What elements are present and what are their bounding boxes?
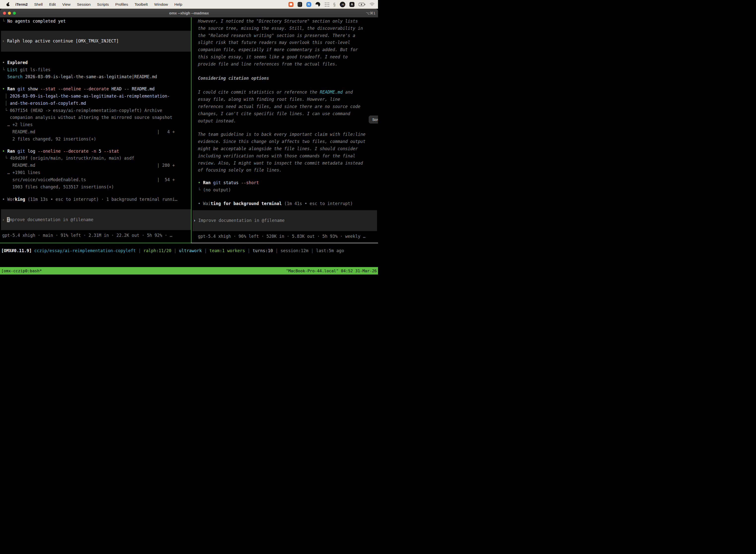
prompt-arrow-icon: › [193,218,198,223]
menu-items: iTerm2 Shell Edit View Session Scripts P… [15,2,182,7]
menu-item-window[interactable]: Window [154,2,168,7]
prompt-line-left: › Improve documentation in @filename [2,216,93,223]
screen: iTerm2 Shell Edit View Session Scripts P… [0,0,378,277]
ralph-inject-line: › Ralph loop active continue [OMX_TMUX_I… [2,38,119,45]
screen-tooltip[interactable]: Scre [369,116,378,123]
right-pane[interactable]: However, I noticed the "Directory Struct… [191,17,378,240]
thinking-paragraph-2: I could cite commit statistics or refere… [198,89,377,124]
text-cursor: I [7,217,9,222]
session-status-left: gpt-5.4 xhigh · main · 91% left · 2.31M … [2,232,190,239]
omx-status-bar: [OMX#0.11.9] cczip/essay/ai-reimplementa… [1,247,378,255]
menu-item-toolbelt[interactable]: Toolbelt [134,2,147,7]
terminal-content: └ No agents completed yet › Ralph loop a… [0,17,378,267]
menu-item-edit[interactable]: Edit [49,2,56,7]
chat-icon[interactable] [289,2,294,7]
thinking-paragraph-3: The team guideline is to back every impo… [198,131,377,174]
waiting-status-line: • Waiting for background terminal (1m 41… [198,200,377,207]
apple-menu-icon[interactable] [6,2,10,6]
working-status-line: • Working (11m 13s • esc to interrupt) ·… [2,196,190,203]
menu-item-iterm2[interactable]: iTerm2 [15,2,28,7]
tmux-window-label[interactable]: [omx-cczip0:bash* [1,269,42,273]
prompt-placeholder-left: mprove documentation in @filename [10,217,93,222]
title-bar[interactable]: omx --xhigh --madmax ⌥⌘1 [0,9,378,17]
ralph-inject-box: › Ralph loop active continue [OMX_TMUX_I… [1,31,191,52]
prompt-input-right[interactable]: › Improve documentation in @filename [192,210,377,231]
menu-item-shell[interactable]: Shell [34,2,43,7]
prompt-input-left[interactable]: › Improve documentation in @filename [1,209,191,230]
ran-git-show-output: │ 2026-03-09-is-legal-the-same-as-legiti… [2,93,190,143]
agents-status-line: └ No agents completed yet [2,18,190,25]
counter-badge-icon[interactable]: ..61 [340,2,345,7]
tmux-host-clock: "MacBook-Pro-44.local" 04:52 31-Mar-26 [286,269,377,273]
window-shortcut-badge: ⌥⌘1 [366,11,376,15]
menubar-status-icons: N § ..61 A [289,2,375,7]
pane-bottom-border-right [191,243,378,243]
clef-icon[interactable]: § [333,2,336,7]
menu-item-view[interactable]: View [62,2,70,7]
menu-item-profiles[interactable]: Profiles [115,2,128,7]
battery-icon[interactable] [359,3,365,6]
keypad-icon[interactable] [298,2,302,7]
prompt-arrow-icon: › [2,217,7,222]
left-pane[interactable]: └ No agents completed yet › Ralph loop a… [0,17,191,239]
pie-icon[interactable] [315,2,320,7]
wifi-icon[interactable] [370,2,375,6]
ran-git-show-header: • Ran git show --stat --oneline --decora… [2,86,190,93]
dots-grid-icon[interactable] [324,2,329,7]
no-output-line: └ (no output) [198,186,377,193]
menu-item-session[interactable]: Session [77,2,90,7]
explored-header: • Explored [2,59,190,66]
window-title: omx --xhigh --madmax [0,11,378,15]
prompt-placeholder-right: Improve documentation in @filename [198,218,285,223]
thinking-paragraph-1: However, I noticed the "Directory Struct… [198,18,377,68]
thinking-heading: Considering citation options [198,75,377,82]
menu-item-help[interactable]: Help [174,2,182,7]
ran-git-status-header: • Ran git status --short [198,179,377,186]
ran-git-log-output: └ 4b9d30f (origin/main, instructkr/main,… [2,155,190,190]
tmux-status-bar: [omx-cczip0:bash* "MacBook-Pro-44.local"… [0,267,378,275]
menu-bar: iTerm2 Shell Edit View Session Scripts P… [0,0,378,9]
input-source-icon[interactable]: A [350,2,355,7]
ran-git-log-header: • Ran git log --oneline --decorate -n 5 … [2,148,190,155]
nav-badge-icon[interactable]: N [306,2,311,7]
menu-item-scripts[interactable]: Scripts [97,2,109,7]
prompt-line-right: › Improve documentation in @filename [193,217,285,224]
explored-lines: └ List git ls-files Search 2026-03-09-is… [2,66,190,81]
terminal-window: omx --xhigh --madmax ⌥⌘1 └ No agents com… [0,9,378,277]
pane-bottom-border-left [0,243,191,243]
session-status-right: gpt-5.4 xhigh · 96% left · 520K in · 5.8… [198,233,377,240]
